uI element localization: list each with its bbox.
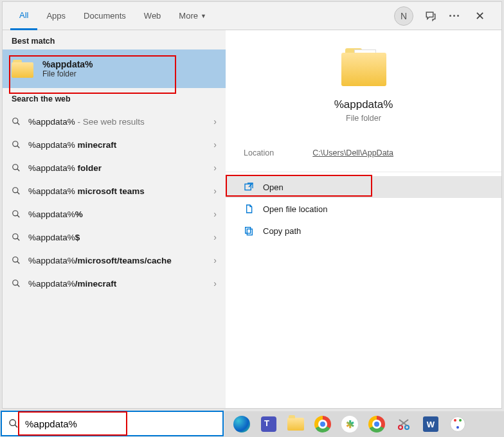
web-result-text: %appdata%% — [28, 210, 213, 219]
taskbar-paint[interactable] — [447, 413, 469, 435]
search-input[interactable] — [25, 418, 216, 429]
svg-line-13 — [17, 262, 20, 264]
web-result-text: %appdata% minecraft — [28, 140, 213, 150]
best-match-subtitle: File folder — [42, 69, 93, 78]
taskbar-chrome-2[interactable] — [366, 413, 388, 435]
copy-icon — [244, 226, 254, 236]
action-copy-path[interactable]: Copy path — [226, 220, 501, 242]
svg-point-2 — [13, 141, 18, 147]
best-match-result[interactable]: %appdata% File folder — [3, 49, 226, 88]
search-icon — [12, 186, 21, 195]
tab-web[interactable]: Web — [135, 2, 170, 30]
action-open-location[interactable]: Open file location — [226, 198, 501, 220]
chevron-right-icon: › — [213, 139, 217, 150]
svg-point-0 — [13, 118, 18, 123]
search-icon — [12, 163, 21, 172]
preview-actions: Open Open file location Copy path — [226, 172, 501, 242]
web-result-text: %appdata%$ — [28, 233, 213, 242]
tab-documents[interactable]: Documents — [75, 2, 135, 30]
preview-pane: %appdata% File folder Location C:\Users\… — [226, 30, 501, 408]
svg-point-21 — [399, 425, 402, 429]
web-result-item[interactable]: %appdata% - See web results› — [3, 110, 226, 133]
close-button[interactable]: ✕ — [471, 9, 489, 23]
taskbar-file-explorer[interactable] — [285, 413, 307, 435]
file-location-icon — [244, 204, 254, 214]
web-result-text: %appdata%/minecraft — [28, 279, 213, 289]
svg-line-20 — [15, 425, 17, 427]
best-match-header: Best match — [3, 30, 226, 49]
svg-point-14 — [13, 280, 18, 285]
results-list: Best match %appdata% File folder Search … — [3, 30, 226, 408]
search-web-header: Search the web — [3, 88, 226, 107]
location-path-link[interactable]: C:\Users\Dell\AppData — [312, 148, 393, 157]
taskbar-snip[interactable] — [393, 413, 415, 435]
taskbar: T ✱ W — [224, 411, 504, 437]
web-result-item[interactable]: %appdata% microsoft teams› — [3, 179, 226, 202]
best-match-title: %appdata% — [42, 59, 93, 69]
svg-point-22 — [405, 425, 409, 429]
search-icon — [12, 140, 21, 149]
taskbar-teams[interactable]: T — [258, 413, 280, 435]
svg-point-6 — [13, 188, 18, 193]
web-result-item[interactable]: %appdata% minecraft› — [3, 133, 226, 156]
svg-point-10 — [13, 234, 18, 239]
chevron-right-icon: › — [213, 278, 217, 289]
tab-more[interactable]: More▼ — [170, 2, 215, 30]
search-icon — [12, 233, 21, 242]
web-result-item[interactable]: %appdata%%› — [3, 202, 226, 226]
web-result-text: %appdata% microsoft teams — [28, 186, 213, 196]
web-result-text: %appdata% - See web results — [28, 117, 213, 127]
web-result-item[interactable]: %appdata%$› — [3, 226, 226, 249]
svg-line-9 — [17, 215, 20, 218]
svg-point-12 — [13, 257, 18, 262]
svg-line-1 — [17, 123, 20, 125]
chevron-right-icon: › — [213, 186, 217, 196]
action-open[interactable]: Open — [226, 176, 501, 198]
taskbar-edge[interactable] — [231, 413, 253, 435]
svg-point-8 — [13, 211, 18, 216]
search-icon — [12, 117, 21, 126]
chevron-right-icon: › — [213, 255, 217, 265]
folder-icon — [12, 60, 33, 78]
svg-line-11 — [17, 238, 20, 241]
svg-rect-17 — [246, 227, 251, 233]
more-options-icon[interactable] — [448, 10, 460, 22]
svg-line-24 — [401, 420, 408, 425]
web-result-item[interactable]: %appdata% folder› — [3, 156, 226, 179]
feedback-icon[interactable] — [425, 10, 437, 22]
svg-point-4 — [13, 165, 18, 170]
folder-icon-large — [341, 48, 386, 87]
taskbar-word[interactable]: W — [420, 413, 442, 435]
svg-line-23 — [399, 420, 407, 425]
search-icon — [8, 418, 19, 429]
chevron-down-icon: ▼ — [201, 13, 206, 19]
svg-line-7 — [17, 192, 20, 195]
search-icon — [12, 279, 21, 288]
tab-all[interactable]: All — [10, 2, 37, 30]
open-icon — [244, 182, 254, 192]
taskbar-chrome[interactable] — [312, 413, 334, 435]
user-avatar[interactable]: N — [394, 6, 413, 26]
chevron-right-icon: › — [213, 209, 217, 219]
web-result-item[interactable]: %appdata%/minecraft› — [3, 272, 226, 295]
web-result-text: %appdata% folder — [28, 163, 213, 173]
preview-subtitle: File folder — [239, 114, 489, 123]
web-result-text: %appdata%/microsoft/teams/cache — [28, 256, 213, 265]
search-icon — [12, 210, 21, 219]
svg-rect-16 — [245, 184, 251, 190]
svg-line-3 — [17, 146, 20, 148]
svg-rect-18 — [247, 229, 252, 235]
svg-line-15 — [17, 285, 20, 287]
search-box[interactable] — [1, 411, 224, 436]
windows-search-panel: All Apps Documents Web More▼ N ✕ Best ma… — [2, 1, 502, 409]
search-icon — [12, 256, 21, 265]
tab-apps[interactable]: Apps — [37, 2, 75, 30]
preview-title: %appdata% — [239, 98, 489, 111]
taskbar-slack[interactable]: ✱ — [339, 413, 361, 435]
chevron-right-icon: › — [213, 163, 217, 173]
chevron-right-icon: › — [213, 116, 217, 127]
chevron-right-icon: › — [213, 232, 217, 242]
web-result-item[interactable]: %appdata%/microsoft/teams/cache› — [3, 249, 226, 272]
preview-metadata: Location C:\Users\Dell\AppData — [226, 134, 501, 172]
search-filter-tabs: All Apps Documents Web More▼ N ✕ — [3, 2, 501, 30]
